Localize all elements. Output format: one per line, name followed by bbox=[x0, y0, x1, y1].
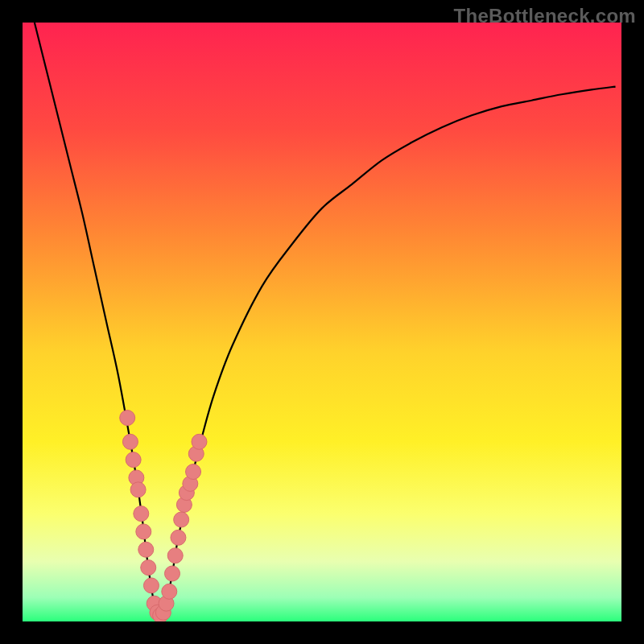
marker-dot bbox=[134, 506, 149, 522]
marker-dot bbox=[167, 548, 183, 564]
marker-dot bbox=[186, 464, 201, 480]
watermark-text: TheBottleneck.com bbox=[454, 5, 636, 27]
marker-dot bbox=[136, 524, 151, 539]
marker-dot bbox=[171, 530, 186, 545]
marker-dot bbox=[143, 578, 159, 593]
marker-dot bbox=[162, 584, 177, 599]
marker-dot bbox=[192, 434, 207, 449]
plot-background bbox=[23, 23, 621, 621]
marker-dot bbox=[141, 560, 156, 576]
marker-dot bbox=[138, 542, 154, 557]
marker-dot bbox=[120, 411, 135, 426]
marker-dot bbox=[174, 512, 189, 527]
marker-dot bbox=[130, 482, 146, 497]
chart-container: TheBottleneck.com bbox=[0, 0, 644, 644]
bottleneck-chart bbox=[0, 0, 644, 644]
plot-area bbox=[23, 23, 621, 623]
marker-dot bbox=[165, 566, 180, 581]
marker-dot bbox=[126, 452, 141, 468]
marker-dot bbox=[122, 434, 138, 449]
